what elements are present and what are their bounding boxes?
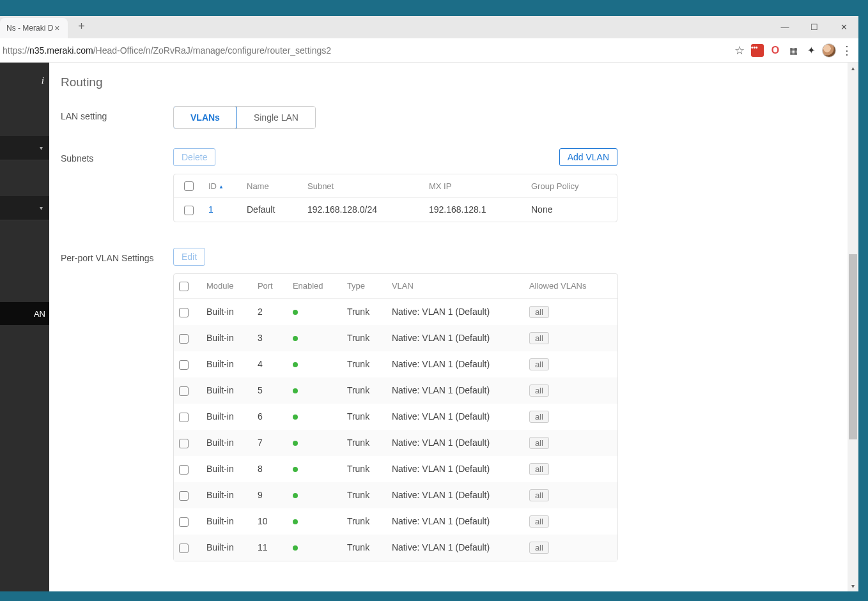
port-allowed: all xyxy=(524,298,617,325)
sidebar-item-active[interactable]: AN xyxy=(0,302,49,325)
port-module: Built-in xyxy=(201,456,252,482)
port-row[interactable]: Built-in2TrunkNative: VLAN 1 (Default)al… xyxy=(174,298,617,325)
scroll-up-icon[interactable]: ▴ xyxy=(848,63,858,73)
col-allowed[interactable]: Allowed VLANs xyxy=(524,274,617,299)
allowed-chip: all xyxy=(529,306,549,318)
port-row[interactable]: Built-in11TrunkNative: VLAN 1 (Default)a… xyxy=(174,535,617,561)
status-dot-icon xyxy=(293,388,298,393)
port-module: Built-in xyxy=(201,404,252,430)
col-enabled[interactable]: Enabled xyxy=(288,274,342,299)
row-checkbox[interactable] xyxy=(179,334,189,344)
subnet-row[interactable]: 1Default192.168.128.0/24192.168.128.1Non… xyxy=(174,198,617,222)
subnet-mxip: 192.168.128.1 xyxy=(424,198,526,222)
scroll-thumb[interactable] xyxy=(849,254,857,439)
row-checkbox[interactable] xyxy=(179,360,189,370)
brand-fragment: i xyxy=(0,63,49,86)
subnet-id[interactable]: 1 xyxy=(203,198,242,222)
delete-button[interactable]: Delete xyxy=(173,148,215,166)
chevron-down-icon: ▾ xyxy=(40,204,43,211)
window-close-icon[interactable]: ✕ xyxy=(829,16,858,38)
port-type: Trunk xyxy=(342,351,387,377)
allowed-chip: all xyxy=(529,437,549,449)
col-module[interactable]: Module xyxy=(201,274,252,299)
row-checkbox[interactable] xyxy=(184,206,194,215)
row-checkbox[interactable] xyxy=(179,544,189,553)
edit-button[interactable]: Edit xyxy=(173,248,205,266)
sidebar-section-2[interactable]: ▾ xyxy=(0,196,49,220)
port-row[interactable]: Built-in6TrunkNative: VLAN 1 (Default)al… xyxy=(174,404,617,430)
col-group-policy[interactable]: Group Policy xyxy=(526,174,617,198)
sidebar-subitem-1[interactable] xyxy=(0,160,49,185)
bookmark-star-icon[interactable] xyxy=(732,43,747,58)
add-vlan-button[interactable]: Add VLAN xyxy=(559,148,617,166)
row-checkbox[interactable] xyxy=(179,439,189,448)
sidebar-subitem-2[interactable] xyxy=(0,220,49,245)
row-checkbox[interactable] xyxy=(179,386,189,396)
col-port[interactable]: Port xyxy=(252,274,288,299)
extension-lastpass-icon[interactable]: ••• xyxy=(750,43,765,58)
col-vlan[interactable]: VLAN xyxy=(387,274,524,299)
extension-opera-icon[interactable]: O xyxy=(768,43,783,58)
lan-mode-toggle: VLANs Single LAN xyxy=(173,106,316,129)
col-type[interactable]: Type xyxy=(342,274,387,299)
port-enabled xyxy=(288,508,342,535)
row-checkbox[interactable] xyxy=(179,308,189,317)
port-enabled xyxy=(288,430,342,456)
new-tab-button[interactable]: + xyxy=(73,20,91,34)
scroll-down-icon[interactable]: ▾ xyxy=(848,581,858,591)
port-type: Trunk xyxy=(342,377,387,404)
window-minimize-icon[interactable]: — xyxy=(770,16,800,38)
col-subnet[interactable]: Subnet xyxy=(302,174,424,198)
port-row[interactable]: Built-in5TrunkNative: VLAN 1 (Default)al… xyxy=(174,377,617,404)
col-name[interactable]: Name xyxy=(242,174,302,198)
profile-avatar-icon[interactable] xyxy=(821,43,837,58)
port-row[interactable]: Built-in8TrunkNative: VLAN 1 (Default)al… xyxy=(174,456,617,482)
allowed-chip: all xyxy=(529,542,549,554)
sidebar-active-label: AN xyxy=(34,309,45,319)
ports-select-all-checkbox[interactable] xyxy=(179,282,189,291)
allowed-chip: all xyxy=(529,384,549,397)
allowed-chip: all xyxy=(529,358,549,370)
port-row[interactable]: Built-in9TrunkNative: VLAN 1 (Default)al… xyxy=(174,482,617,508)
port-type: Trunk xyxy=(342,325,387,351)
port-row[interactable]: Built-in10TrunkNative: VLAN 1 (Default)a… xyxy=(174,508,617,535)
select-all-checkbox[interactable] xyxy=(184,181,194,191)
port-type: Trunk xyxy=(342,430,387,456)
port-allowed: all xyxy=(524,404,617,430)
row-checkbox[interactable] xyxy=(179,465,189,475)
col-id[interactable]: ID xyxy=(203,174,242,198)
browser-menu-icon[interactable]: ⋮ xyxy=(839,43,855,58)
row-checkbox[interactable] xyxy=(179,491,189,501)
port-number: 6 xyxy=(252,404,288,430)
port-row[interactable]: Built-in3TrunkNative: VLAN 1 (Default)al… xyxy=(174,325,617,351)
port-enabled xyxy=(288,535,342,561)
port-vlan: Native: VLAN 1 (Default) xyxy=(387,351,524,377)
scrollbar[interactable]: ▴ ▾ xyxy=(848,63,858,591)
port-module: Built-in xyxy=(201,377,252,404)
ports-row: Per-port VLAN Settings Edit Module Port xyxy=(61,248,858,561)
window-maximize-icon[interactable]: ☐ xyxy=(800,16,829,38)
port-type: Trunk xyxy=(342,298,387,325)
url-display[interactable]: https://n35.meraki.com/Head-Office/n/ZoR… xyxy=(3,45,729,56)
port-module: Built-in xyxy=(201,482,252,508)
port-type: Trunk xyxy=(342,508,387,535)
status-dot-icon xyxy=(293,467,298,472)
tab-vlans[interactable]: VLANs xyxy=(173,106,237,129)
port-row[interactable]: Built-in7TrunkNative: VLAN 1 (Default)al… xyxy=(174,430,617,456)
extension-qr-icon[interactable] xyxy=(786,43,801,58)
port-enabled xyxy=(288,456,342,482)
allowed-chip: all xyxy=(529,332,549,344)
row-checkbox[interactable] xyxy=(179,517,189,527)
browser-tab-active[interactable]: Ns - Meraki D × xyxy=(0,18,68,38)
col-mxip[interactable]: MX IP xyxy=(424,174,526,198)
extensions-menu-icon[interactable] xyxy=(803,43,819,58)
sidebar-section-1[interactable]: ▾ xyxy=(0,136,49,160)
url-path: /Head-Office/n/ZoRvRaJ/manage/configure/… xyxy=(93,45,332,56)
tab-close-icon[interactable]: × xyxy=(53,23,61,33)
tab-single-lan[interactable]: Single LAN xyxy=(236,107,315,128)
port-vlan: Native: VLAN 1 (Default) xyxy=(387,404,524,430)
row-checkbox[interactable] xyxy=(179,413,189,422)
subnet-name: Default xyxy=(242,198,302,222)
subnets-label: Subnets xyxy=(61,148,173,164)
port-row[interactable]: Built-in4TrunkNative: VLAN 1 (Default)al… xyxy=(174,351,617,377)
